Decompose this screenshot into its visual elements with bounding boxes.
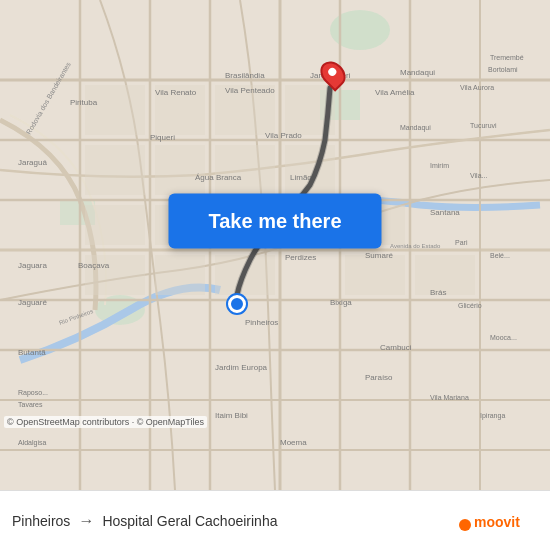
map-attribution: © OpenStreetMap contributors · © OpenMap… <box>4 416 207 428</box>
map-container: Rodovia dos Bandeirantes Rio Pinheiros R… <box>0 0 550 490</box>
destination-marker <box>322 60 344 88</box>
svg-text:moovit: moovit <box>474 514 520 530</box>
footer-destination: Hospital Geral Cachoeirinha <box>102 513 277 529</box>
footer-arrow-icon: → <box>78 512 94 530</box>
origin-marker <box>228 295 246 313</box>
svg-point-85 <box>459 519 471 531</box>
take-me-there-button[interactable]: Take me there <box>168 193 381 248</box>
footer-origin: Pinheiros <box>12 513 70 529</box>
footer-route: Pinheiros → Hospital Geral Cachoeirinha <box>12 512 277 530</box>
footer: Pinheiros → Hospital Geral Cachoeirinha … <box>0 490 550 550</box>
moovit-logo: moovit <box>458 505 538 537</box>
